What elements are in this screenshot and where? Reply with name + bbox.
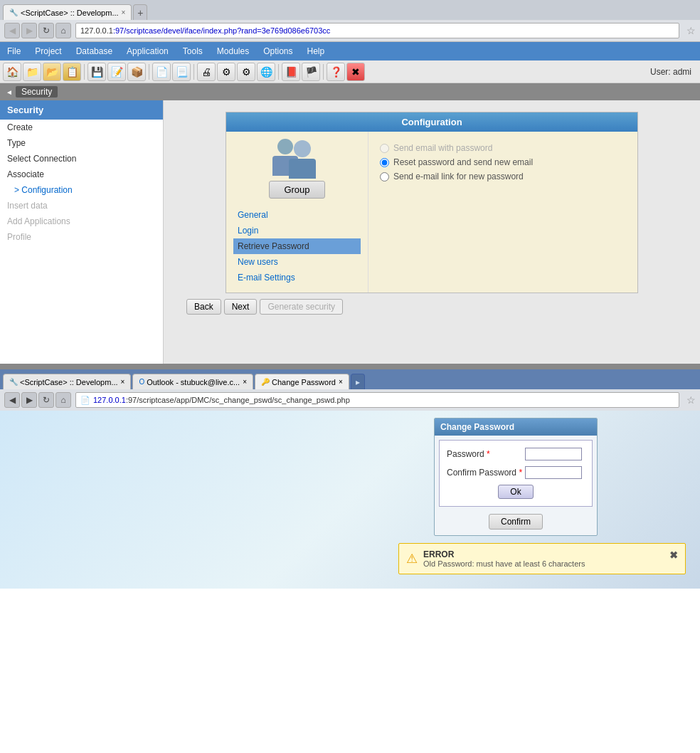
pages-btn[interactable]: 📃 xyxy=(172,63,191,81)
tab2-close2[interactable]: × xyxy=(243,378,247,386)
back-btn[interactable]: ◀ xyxy=(4,23,20,38)
help-btn[interactable]: ❓ xyxy=(327,63,345,81)
password-label: Password * xyxy=(447,449,525,459)
config-nav-retrieve[interactable]: Retrieve Password xyxy=(233,238,361,254)
nav-bar2: ◀ ▶ ↻ ⌂ 📄 127.0.0.1:97/scriptcase/app/DM… xyxy=(0,389,700,411)
menu-tools[interactable]: Tools xyxy=(176,43,210,59)
radio-reset-password-label: Reset password and send new email xyxy=(393,157,533,167)
menu-options[interactable]: Options xyxy=(256,43,299,59)
browser-divider xyxy=(0,364,700,369)
radio-send-email-input[interactable] xyxy=(380,144,389,153)
config-nav-email[interactable]: E-mail Settings xyxy=(233,270,361,285)
browser2-chrome: 🔧 <ScriptCase> :: Developm... × O Outloo… xyxy=(0,369,700,411)
change-password-header: Change Password xyxy=(435,418,597,436)
menu-project[interactable]: Project xyxy=(28,43,68,59)
tab-bar2: 🔧 <ScriptCase> :: Developm... × O Outloo… xyxy=(0,369,700,389)
confirm-required-marker: * xyxy=(519,468,522,478)
menu-database[interactable]: Database xyxy=(69,43,120,59)
address-bar1[interactable]: 127.0.0.1:97/scriptcase/devel/iface/inde… xyxy=(75,23,679,38)
book-btn[interactable]: 📕 xyxy=(282,63,300,81)
forward2-btn[interactable]: ▶ xyxy=(21,392,37,408)
bookmark2-btn[interactable]: ☆ xyxy=(686,394,696,406)
page-btn[interactable]: 📄 xyxy=(152,63,171,81)
next-action-btn[interactable]: Next xyxy=(224,299,258,315)
config-nav-new-users[interactable]: New users xyxy=(233,254,361,270)
address-bar2[interactable]: 📄 127.0.0.1:97/scriptcase/app/DMC/sc_cha… xyxy=(75,392,679,408)
menu-application[interactable]: Application xyxy=(120,43,176,59)
save-btn[interactable]: 💾 xyxy=(88,63,106,81)
password-required-marker: * xyxy=(487,449,490,459)
menu-modules[interactable]: Modules xyxy=(210,43,256,59)
sidebar-configuration[interactable]: > Configuration xyxy=(0,182,163,198)
config-right: Send email with password Reset password … xyxy=(368,132,637,293)
error-content: ERROR Old Password: must have at least 6… xyxy=(423,549,669,568)
group-btn[interactable]: Group xyxy=(269,181,324,199)
new-tab-btn[interactable]: + xyxy=(133,4,147,20)
flag-btn[interactable]: 🏴 xyxy=(302,63,320,81)
back2-btn[interactable]: ◀ xyxy=(4,392,20,408)
folder-toolbar-btn[interactable]: 📁 xyxy=(23,63,41,81)
radio-reset-password: Reset password and send new email xyxy=(380,157,626,167)
home-btn[interactable]: ⌂ xyxy=(55,23,71,38)
tab2-close1[interactable]: × xyxy=(121,378,125,386)
menu-help[interactable]: Help xyxy=(300,43,332,59)
forward-btn[interactable]: ▶ xyxy=(21,23,37,38)
tab2-change-password[interactable]: 🔑 Change Password × xyxy=(255,374,349,389)
sidebar-associate[interactable]: Associate xyxy=(0,167,163,182)
back-action-btn[interactable]: Back xyxy=(186,299,221,315)
globe-btn[interactable]: 🌐 xyxy=(257,63,275,81)
popup-area: Change Password Password * Confirm Passw… xyxy=(0,411,700,589)
reload-btn[interactable]: ↻ xyxy=(38,23,54,38)
tab2-change-password-label: Change Password xyxy=(272,378,336,386)
ok-button[interactable]: Ok xyxy=(498,485,533,499)
error-message: Old Password: must have at least 6 chara… xyxy=(423,559,669,568)
home-toolbar-btn[interactable]: 🏠 xyxy=(3,63,21,81)
sidebar-select-connection[interactable]: Select Connection xyxy=(0,151,163,167)
content-area: Configuration xyxy=(164,100,700,364)
security-bar: ◄ Security xyxy=(0,83,700,100)
print-btn[interactable]: 🖨 xyxy=(197,63,216,81)
password-input[interactable] xyxy=(525,448,582,460)
radio-reset-password-input[interactable] xyxy=(380,158,389,167)
radio-send-link: Send e-mail link for new password xyxy=(380,172,626,181)
reload2-btn[interactable]: ↻ xyxy=(38,392,54,408)
tab-title: <ScriptCase> :: Developm... xyxy=(21,9,119,17)
security-label: Security xyxy=(16,86,58,98)
tab-close-btn[interactable]: × xyxy=(122,9,126,16)
tab-bar1: 🔧 <ScriptCase> :: Developm... × + xyxy=(0,0,700,20)
edit-btn[interactable]: 📝 xyxy=(107,63,126,81)
sidebar-type[interactable]: Type xyxy=(0,135,163,151)
bottom-toolbar: Back Next Generate security xyxy=(175,293,689,320)
bookmark-btn[interactable]: ☆ xyxy=(686,25,696,36)
settings2-btn[interactable]: ⚙ xyxy=(237,63,255,81)
new-tab2-btn[interactable]: ▸ xyxy=(351,374,365,389)
confirm-button[interactable]: Confirm xyxy=(489,514,543,530)
error-close-btn[interactable]: ✖ xyxy=(669,549,678,561)
settings-btn[interactable]: ⚙ xyxy=(217,63,235,81)
toolbar-sep3 xyxy=(193,64,194,80)
tab-scriptcase[interactable]: 🔧 <ScriptCase> :: Developm... × xyxy=(3,4,132,20)
warning-icon: ⚠ xyxy=(406,551,418,567)
sidebar-insert-data: Insert data xyxy=(0,198,163,214)
main-layout: Security Create Type Select Connection A… xyxy=(0,100,700,364)
sidebar: Security Create Type Select Connection A… xyxy=(0,100,164,364)
tab2-scriptcase[interactable]: 🔧 <ScriptCase> :: Developm... × xyxy=(3,374,131,389)
config-nav-general[interactable]: General xyxy=(233,207,361,223)
tab2-outlook[interactable]: O Outlook - stubuck@live.c... × xyxy=(132,374,253,389)
group-people-icon xyxy=(269,139,326,178)
tab-icon: 🔧 xyxy=(9,9,18,16)
home2-btn[interactable]: ⌂ xyxy=(55,392,71,408)
sidebar-profile: Profile xyxy=(0,229,163,245)
sidebar-create[interactable]: Create xyxy=(0,120,163,135)
config-nav-login[interactable]: Login xyxy=(233,223,361,238)
radio-send-link-input[interactable] xyxy=(380,172,389,181)
orange-folder-btn[interactable]: 📂 xyxy=(43,63,61,81)
menu-file[interactable]: File xyxy=(0,43,28,59)
tools-btn[interactable]: 📦 xyxy=(127,63,146,81)
yellow-folder-btn[interactable]: 📋 xyxy=(63,63,81,81)
stop-btn[interactable]: ✖ xyxy=(346,63,365,81)
change-password-dialog: Change Password Password * Confirm Passw… xyxy=(434,418,598,536)
confirm-password-input[interactable] xyxy=(525,466,582,479)
tab2-close3[interactable]: × xyxy=(339,378,343,386)
password-field-row: Password * xyxy=(447,448,585,460)
